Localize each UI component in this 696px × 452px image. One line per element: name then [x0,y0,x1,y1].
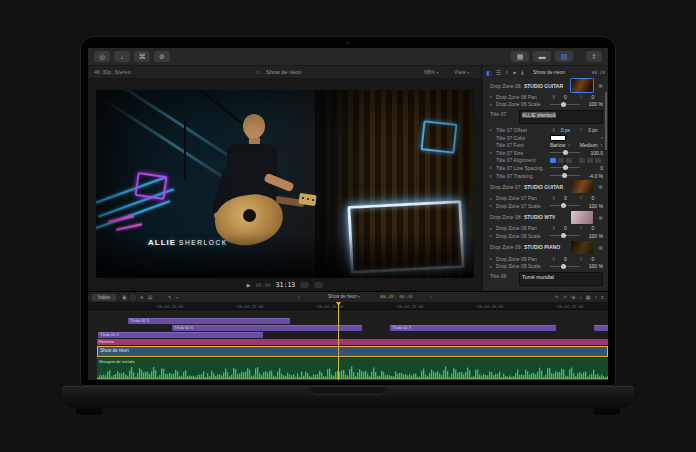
alignment-segment[interactable] [579,158,585,163]
slider-track[interactable] [550,104,580,105]
slider-handle[interactable] [561,264,566,269]
background-tasks-button[interactable]: ⊘ [154,51,170,62]
import-media-button[interactable]: ↓ [114,51,130,62]
disclosure-icon[interactable]: ▸ [490,165,494,170]
play-icon[interactable]: ▶ [247,282,251,288]
x-value[interactable]: 0 [559,94,571,100]
media-sidebar-button[interactable]: ◎ [94,51,110,62]
disclosure-icon[interactable]: ▸ [490,264,494,269]
x-value[interactable]: 0 [559,225,571,231]
audio-inspector-tab[interactable]: ♪ [505,69,508,75]
video-canvas[interactable]: ALLIE SHERLOCK [96,90,474,278]
timecode-current[interactable]: 31:13 [276,281,296,289]
next-project-button[interactable]: › [430,294,432,299]
stepper-icon[interactable]: ↕ [574,94,576,99]
slider-track[interactable] [550,175,580,176]
slider-handle[interactable] [563,150,568,155]
slider-handle[interactable] [561,233,566,238]
font-family-dropdown[interactable]: Barlow [550,142,565,148]
stepper-icon[interactable]: ↕ [601,196,603,201]
audio-meters-icon[interactable]: ♪ [579,294,582,300]
slider-track[interactable] [550,152,580,153]
y-value[interactable]: 0 px [587,127,599,133]
show-titles-icon[interactable]: ▤ [148,294,153,300]
stepper-icon[interactable]: ↕ [574,127,576,132]
font-weight-dropdown[interactable]: Medium [580,142,598,148]
duplicate-clip-icon[interactable]: ▢ [131,294,136,300]
browser-toggle[interactable]: ▦ [511,51,529,62]
slider-value[interactable]: 100 % [585,263,603,269]
select-tool-dropdown[interactable]: ↖ ▾ [168,292,178,302]
timeline-toggle[interactable]: ▬ [533,51,551,62]
slider-handle[interactable] [563,165,568,170]
browser-view-icon[interactable]: ▦ [586,294,591,300]
clip-appearance-icon[interactable]: ▣ [122,294,127,300]
snapping-icon[interactable]: ↕ [595,294,598,300]
inspector-scrollbar[interactable] [605,92,607,150]
stepper-icon[interactable]: ↕ [601,226,603,231]
disclosure-icon[interactable]: ▸ [490,226,494,231]
slider-handle[interactable] [561,102,566,107]
dropzone-thumbnail[interactable] [571,180,593,193]
trim-start-icon[interactable]: ↰ [555,294,559,300]
text-input[interactable]: ALLIE sherlock [519,110,603,124]
y-value[interactable]: 0 [587,256,599,262]
disclosure-icon[interactable]: ▸ [490,102,494,107]
format-track-clip[interactable]: Formato [97,339,608,345]
reset-icon[interactable]: ⊗ [598,183,603,190]
disclosure-icon[interactable]: ▸ [490,127,494,132]
slider-track[interactable] [550,167,580,168]
title-clip[interactable] [594,325,608,331]
viewer-view-dropdown[interactable]: View ▾ [454,69,469,75]
video-inspector-tab[interactable]: ◧ [486,69,492,76]
inspector-toggle[interactable]: ▨ [555,51,573,62]
display-options-button[interactable] [314,282,323,288]
title-clip[interactable]: Título 00 6 [172,325,362,331]
dropzone-thumbnail[interactable] [571,211,593,224]
disclosure-icon[interactable]: ▸ [490,196,494,201]
timeline-ruler[interactable]: 00:00:20:0000:00:25:0000:00:30:0000:00:3… [88,302,608,310]
stepper-icon[interactable]: ↕ [574,226,576,231]
keyword-editor-button[interactable]: ⌘ [134,51,150,62]
slider-track[interactable] [550,235,580,236]
stepper-icon[interactable]: ↕ [601,94,603,99]
disclosure-icon[interactable]: ▸ [490,150,494,155]
timeline-settings-icon[interactable]: ≡ [601,294,604,300]
slider-value[interactable]: 0 [585,165,603,171]
slider-value[interactable]: 100 % [585,233,603,239]
color-swatch[interactable] [550,135,566,141]
generator-inspector-tab[interactable]: ☰ [496,69,501,76]
stepper-icon[interactable]: ↕ [601,256,603,261]
previous-project-button[interactable]: ‹ [298,294,300,299]
slider-value[interactable]: 100.0 [585,150,603,156]
stepper-icon[interactable]: ↕ [574,256,576,261]
title-clip[interactable]: Título 00 7 [390,325,556,331]
stepper-icon[interactable]: ↕ [601,127,603,132]
x-value[interactable]: 0 px [559,127,571,133]
disclosure-icon[interactable]: ▸ [490,203,494,208]
reset-icon[interactable]: ⊗ [598,244,603,251]
alignment-segment[interactable] [550,158,556,163]
effects-inspector-tab[interactable]: ✦ [512,69,517,76]
playhead[interactable] [338,302,339,380]
disclosure-icon[interactable]: ▸ [490,233,494,238]
trim-end-icon[interactable]: ↱ [563,294,567,300]
stepper-icon[interactable]: ↕ [574,196,576,201]
slider-value[interactable]: 100 % [585,101,603,107]
y-value[interactable]: 0 [587,195,599,201]
audio-lanes-icon[interactable]: ≋ [139,294,143,300]
slider-track[interactable] [550,266,580,267]
disclosure-icon[interactable]: ▸ [490,94,494,99]
title-clip[interactable]: Título 00 2 [98,332,263,338]
y-value[interactable]: 0 [587,94,599,100]
disclosure-icon[interactable]: ▸ [490,173,494,178]
alignment-segment[interactable] [566,158,572,163]
audio-meter-button[interactable] [300,282,309,288]
alignment-segment[interactable] [595,158,601,163]
alignment-segment[interactable] [558,158,564,163]
text-input[interactable]: Turnê mundial [519,272,603,286]
viewer-zoom-dropdown[interactable]: 68% ▾ [424,69,439,75]
insert-icon[interactable]: ⊕ [571,294,575,300]
share-button[interactable]: ⇧ [586,51,602,62]
reset-icon[interactable]: ⊗ [598,82,603,89]
